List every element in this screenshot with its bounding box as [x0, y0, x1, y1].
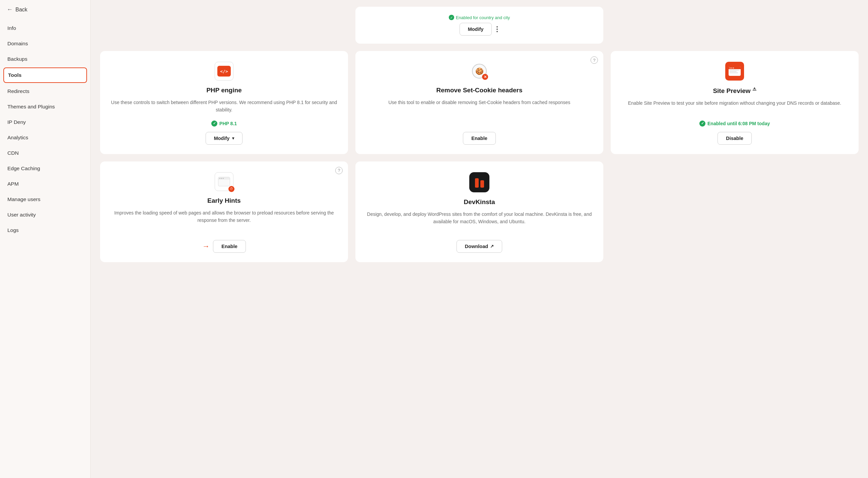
sidebar-item-tools[interactable]: Tools [3, 67, 87, 83]
site-preview-disable-button[interactable]: Disable [717, 132, 752, 145]
devkinsta-icon [469, 172, 489, 192]
devkinsta-card: DevKinsta Design, develop, and deploy Wo… [355, 162, 603, 262]
more-options-icon[interactable] [495, 25, 499, 34]
devkinsta-download-button[interactable]: Download ↗ [457, 240, 502, 253]
sidebar-item-info[interactable]: Info [0, 21, 90, 36]
early-hints-icon: ⏱ [215, 172, 234, 191]
main-content: ✓ Enabled for country and city Modify [91, 0, 868, 478]
sidebar-nav: Info Domains Backups Tools Redirects The… [0, 19, 90, 239]
site-preview-icon [725, 62, 744, 80]
sidebar-item-themes-plugins[interactable]: Themes and Plugins [0, 99, 90, 114]
cookie-title: Remove Set-Cookie headers [436, 87, 523, 94]
early-hints-title: Early Hints [207, 197, 241, 204]
devkinsta-desc: Design, develop, and deploy WordPress si… [365, 210, 594, 233]
php-engine-status: ✓ PHP 8.1 [211, 121, 237, 127]
sidebar-item-analytics[interactable]: Analytics [0, 130, 90, 145]
site-preview-desc: Enable Site Preview to test your site be… [628, 99, 841, 113]
geolocation-modify-button[interactable]: Modify [460, 23, 492, 36]
site-preview-status: ✓ Enabled until 6:08 PM today [700, 121, 770, 127]
cookie-icon: 🍪 ✕ [470, 62, 489, 80]
arrow-right-icon: → [202, 242, 210, 251]
early-hints-desc: Improves the loading speed of web pages … [110, 209, 339, 233]
sidebar-item-user-activity[interactable]: User activity [0, 207, 90, 223]
geolocation-status: Enabled for country and city [456, 15, 510, 20]
sidebar-item-backups[interactable]: Backups [0, 52, 90, 67]
site-preview-card: Site Preview ⚠ Enable Site Preview to te… [611, 51, 859, 154]
sidebar-item-cdn[interactable]: CDN [0, 145, 90, 161]
back-label: Back [16, 7, 28, 13]
cookie-enable-button[interactable]: Enable [463, 132, 496, 145]
sidebar: ← Back Info Domains Backups Tools Redire… [0, 0, 91, 478]
cookie-x-icon: ✕ [482, 74, 488, 80]
php-engine-desc: Use these controls to switch between dif… [110, 99, 339, 114]
early-hints-clock-icon: ⏱ [228, 186, 235, 192]
early-hints-card: ? ⏱ Early Hints Improves the loading spe… [100, 162, 348, 262]
remove-cookie-card: ? 🍪 ✕ Remove Set-Cookie headers Use this… [355, 51, 603, 154]
chevron-down-icon: ▾ [232, 136, 234, 141]
back-arrow-icon: ← [7, 6, 13, 13]
sidebar-item-logs[interactable]: Logs [0, 223, 90, 238]
php-status-check-icon: ✓ [211, 121, 217, 127]
devkinsta-title: DevKinsta [464, 198, 495, 206]
php-engine-card: </> PHP engine Use these controls to swi… [100, 51, 348, 154]
modify-row: Modify [460, 23, 499, 36]
back-button[interactable]: ← Back [0, 0, 90, 19]
site-preview-title: Site Preview ⚠ [713, 87, 756, 95]
cookie-desc: Use this tool to enable or disable remov… [388, 99, 570, 125]
sidebar-item-manage-users[interactable]: Manage users [0, 192, 90, 207]
sidebar-item-edge-caching[interactable]: Edge Caching [0, 161, 90, 176]
early-hints-info-icon[interactable]: ? [335, 167, 343, 174]
sidebar-item-apm[interactable]: APM [0, 176, 90, 192]
external-link-icon: ↗ [490, 244, 494, 249]
cookie-info-icon[interactable]: ? [591, 57, 598, 64]
sidebar-item-domains[interactable]: Domains [0, 36, 90, 52]
tools-cards-grid: </> PHP engine Use these controls to swi… [100, 51, 859, 262]
php-engine-modify-button[interactable]: Modify ▾ [206, 132, 243, 145]
early-hints-enable-row: → Enable [202, 240, 246, 253]
php-code-icon: </> [217, 66, 231, 76]
php-engine-icon: </> [215, 62, 234, 80]
sidebar-item-redirects[interactable]: Redirects [0, 83, 90, 99]
sidebar-item-ip-deny[interactable]: IP Deny [0, 114, 90, 130]
site-preview-check-icon: ✓ [700, 121, 705, 127]
enabled-check-icon: ✓ [449, 15, 454, 20]
geolocation-card-top: ✓ Enabled for country and city Modify [355, 7, 603, 44]
early-hints-enable-button[interactable]: Enable [213, 240, 246, 253]
site-preview-warning-icon: ⚠ [752, 87, 756, 92]
php-engine-title: PHP engine [206, 87, 242, 94]
